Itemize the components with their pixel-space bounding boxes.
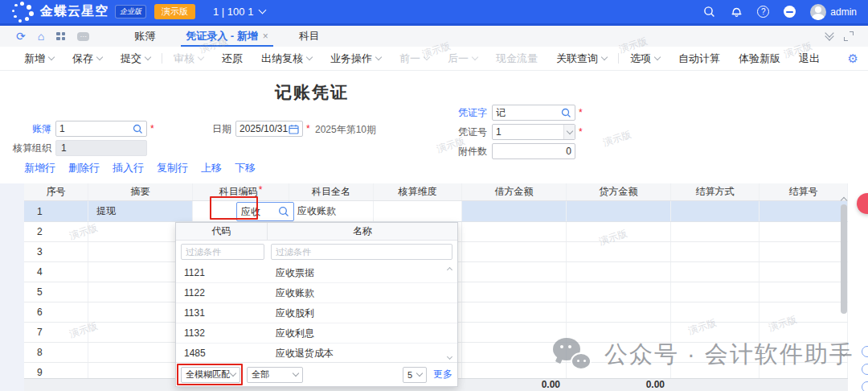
theme-toggle-icon[interactable]: [784, 6, 796, 18]
lookup-search-icon[interactable]: [133, 124, 143, 134]
toolbar-restore-button[interactable]: 还原: [222, 51, 243, 66]
calendar-icon[interactable]: [289, 124, 299, 134]
voucher-no-field[interactable]: [492, 124, 575, 140]
username: admin: [830, 6, 857, 18]
tab-ledger[interactable]: 账簿: [125, 26, 165, 47]
fullscreen-icon[interactable]: [844, 31, 854, 41]
insert-row-link[interactable]: 插入行: [113, 161, 144, 175]
account-book-input[interactable]: [59, 123, 133, 134]
more-link[interactable]: 更多: [433, 368, 452, 381]
delete-row-link[interactable]: 删除行: [68, 161, 100, 175]
add-row-link[interactable]: 新增行: [24, 161, 55, 175]
lookup-row[interactable]: 1485 应收退货成本: [176, 344, 457, 364]
col-header-credit: 贷方金额: [567, 183, 671, 200]
user-menu[interactable]: admin: [810, 4, 857, 20]
attachments-field[interactable]: [492, 143, 575, 159]
required-mark: *: [150, 123, 154, 134]
attachments-label: 附件数: [434, 145, 487, 158]
account-name-cell[interactable]: 应收账款: [289, 201, 374, 221]
toolbar-exit-button[interactable]: 退出: [799, 51, 820, 66]
app-screen: 金蝶云星空 企业版 演示版 1 | 100 1 ? admin ⟳ ⌂: [0, 0, 868, 391]
date-field[interactable]: [235, 121, 303, 137]
grid-vertical-scrollbar[interactable]: [841, 204, 847, 314]
voucher-no-label: 凭证号: [434, 126, 487, 139]
lookup-row[interactable]: 1122 应收账款: [176, 283, 457, 303]
grid-row-1-selected[interactable]: 1 提现 应收账款: [24, 201, 848, 222]
toolbar-cashier-review-button[interactable]: 出纳复核: [261, 51, 312, 66]
total-credit: 0.00: [567, 379, 671, 391]
apps-grid-icon[interactable]: [56, 32, 65, 41]
floating-widget-icon[interactable]: [862, 381, 868, 391]
account-lookup-icon[interactable]: [278, 206, 289, 217]
copy-row-link[interactable]: 复制行: [157, 161, 188, 175]
required-mark: *: [306, 123, 310, 134]
close-tab-icon[interactable]: ×: [263, 31, 268, 42]
name-filter-input[interactable]: [271, 244, 452, 260]
lookup-row[interactable]: 1132 应收利息: [176, 323, 457, 344]
message-bubble-icon[interactable]: …: [77, 32, 89, 41]
notification-bell-icon[interactable]: [730, 6, 743, 19]
settle-method-cell[interactable]: [671, 201, 760, 221]
tab-bar: ⟳ ⌂ … 账簿 凭证录入 - 新增 × 科目: [0, 26, 868, 47]
toolbar-auto-calc-button[interactable]: 自动计算: [678, 51, 720, 66]
fiscal-period-text: 2025年第10期: [315, 123, 376, 137]
voucher-word-input[interactable]: [496, 107, 561, 118]
annotation-box-account-code: [210, 196, 258, 220]
lookup-header-row: 代码 名称: [176, 223, 457, 241]
toolbar-options-button[interactable]: 选项: [630, 51, 660, 66]
col-header-dimension: 核算维度: [374, 183, 462, 200]
toolbar-business-ops-button[interactable]: 业务操作: [330, 51, 381, 66]
tab-accounts[interactable]: 科目: [289, 26, 330, 47]
floating-widget-icon[interactable]: [862, 346, 868, 357]
lookup-filter-row: [176, 241, 457, 263]
toolbar-try-new-version-button[interactable]: 体验新版: [739, 51, 780, 66]
brand-name: 金蝶云星空: [40, 3, 108, 20]
floating-widget-icon[interactable]: [862, 364, 868, 375]
page-title: 记账凭证: [39, 81, 585, 104]
toolbar-audit-button: 审核: [174, 51, 203, 66]
move-up-link[interactable]: 上移: [201, 161, 222, 175]
attachments-input[interactable]: [496, 146, 571, 157]
gear-icon[interactable]: ⚙: [848, 51, 858, 66]
summary-cell[interactable]: 提现: [88, 201, 193, 221]
col-header-debit: 借方金额: [462, 183, 567, 200]
date-input[interactable]: [240, 123, 289, 134]
account-book-field[interactable]: [55, 121, 147, 137]
search-icon[interactable]: [702, 6, 715, 19]
debit-cell[interactable]: [462, 201, 567, 221]
dropdown-chevron-icon[interactable]: [563, 125, 575, 139]
collapse-chevrons-icon[interactable]: [826, 33, 833, 39]
scope-select[interactable]: 全部: [247, 367, 303, 383]
account-lookup-dropdown: 代码 名称 1121 应收票据 1122 应收账款 1131 应收股利 1132…: [175, 222, 458, 387]
demo-badge: 演示版: [154, 4, 195, 19]
page-size-select[interactable]: 5: [403, 367, 427, 383]
org-context-selector[interactable]: 1 | 100 1: [213, 6, 265, 18]
credit-cell[interactable]: [567, 201, 671, 221]
refresh-icon[interactable]: ⟳: [16, 31, 26, 42]
toolbar-new-button[interactable]: 新增: [24, 51, 54, 66]
toolbar-save-button[interactable]: 保存: [72, 51, 102, 66]
tab-voucher-entry-new[interactable]: 凭证录入 - 新增 ×: [176, 26, 278, 47]
total-debit: 0.00: [462, 379, 567, 391]
voucher-no-input[interactable]: [496, 126, 560, 138]
dimension-cell[interactable]: [374, 201, 462, 221]
floating-service-button[interactable]: [857, 193, 868, 214]
move-down-link[interactable]: 下移: [235, 161, 256, 175]
code-filter-input[interactable]: [181, 244, 264, 260]
lookup-row[interactable]: 1131 应收股利: [176, 303, 457, 323]
home-icon[interactable]: ⌂: [38, 31, 44, 42]
col-header-summary: 摘要: [88, 183, 193, 200]
toolbar-related-query-button[interactable]: 关联查询: [556, 51, 607, 66]
help-icon[interactable]: ?: [757, 6, 769, 18]
lookup-search-icon[interactable]: [561, 108, 571, 118]
voucher-word-field[interactable]: [492, 105, 575, 121]
toolbar-prev-button: 前一: [399, 51, 429, 66]
toolbar-cashflow-button: 现金流量: [496, 51, 538, 66]
wechat-watermark-text: 公众号 · 会计软件助手: [604, 339, 854, 371]
lookup-row[interactable]: 1121 应收票据: [176, 263, 457, 283]
edition-badge: 企业版: [115, 5, 146, 19]
lookup-col-name: 名称: [268, 223, 457, 240]
wechat-watermark: 公众号 · 会计软件助手: [553, 338, 854, 372]
settle-no-cell[interactable]: [760, 201, 848, 221]
toolbar-submit-button[interactable]: 提交: [121, 51, 150, 66]
